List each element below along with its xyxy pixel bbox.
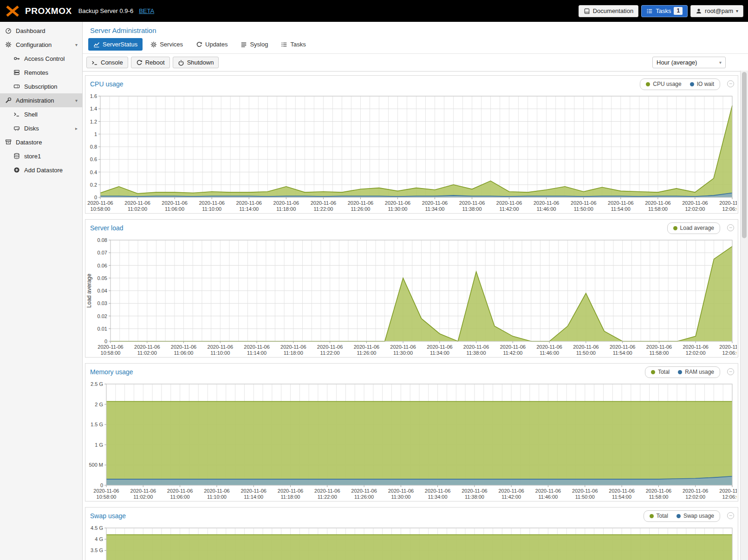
svg-text:11:54:00: 11:54:00 xyxy=(612,494,631,500)
svg-text:2020-11-06: 2020-11-06 xyxy=(93,488,119,494)
chart-area: 0500 M1 G1.5 G2 G2.5 G2020-11-0610:58:00… xyxy=(85,380,738,501)
collapse-panel-icon[interactable]: − xyxy=(727,368,734,375)
sidebar-item-subscription[interactable]: Subscription xyxy=(0,79,82,93)
sidebar-item-access-control[interactable]: Access Control xyxy=(0,52,82,65)
user-menu-button[interactable]: root@pam ▾ xyxy=(690,5,743,17)
list-icon xyxy=(241,41,247,48)
svg-text:12:06:00: 12:06:00 xyxy=(722,206,737,212)
chart-legend: Load average xyxy=(667,222,720,234)
svg-text:2020-11-06: 2020-11-06 xyxy=(462,488,487,494)
vertical-scrollbar[interactable] xyxy=(740,71,748,560)
legend-dot xyxy=(690,82,694,86)
svg-text:2020-11-06: 2020-11-06 xyxy=(199,200,224,206)
svg-text:2020-11-06: 2020-11-06 xyxy=(571,200,596,206)
panel-title: Memory usage xyxy=(90,368,133,376)
reboot-icon xyxy=(136,59,143,66)
sidebar-item-label: Datastore xyxy=(16,139,42,146)
svg-text:11:58:00: 11:58:00 xyxy=(649,350,669,356)
sidebar-item-shell[interactable]: Shell xyxy=(0,107,82,121)
sidebar-item-label: store1 xyxy=(24,153,41,160)
svg-text:11:02:00: 11:02:00 xyxy=(128,206,147,212)
svg-text:0: 0 xyxy=(104,339,107,344)
tab-syslog[interactable]: Syslog xyxy=(235,38,273,51)
sidebar-item-label: Dashboard xyxy=(16,27,46,34)
svg-text:0.04: 0.04 xyxy=(98,288,107,293)
svg-text:2020-11-06: 2020-11-06 xyxy=(682,200,708,206)
reboot-button[interactable]: Reboot xyxy=(131,57,170,68)
svg-text:2020-11-06: 2020-11-06 xyxy=(390,344,416,350)
archive-icon xyxy=(5,139,12,145)
legend-label: CPU usage xyxy=(653,81,681,87)
page-title: Server Administration xyxy=(83,22,748,36)
svg-text:12:06:00: 12:06:00 xyxy=(722,350,737,356)
database-icon xyxy=(13,153,20,159)
tasks-button[interactable]: Tasks 1 xyxy=(641,5,688,17)
sidebar-item-disks[interactable]: Disks▸ xyxy=(0,121,82,135)
svg-text:11:02:00: 11:02:00 xyxy=(133,494,153,500)
tab-serverstatus[interactable]: ServerStatus xyxy=(88,38,143,51)
svg-text:0.6: 0.6 xyxy=(90,156,97,162)
svg-text:0.07: 0.07 xyxy=(98,250,107,255)
sidebar-item-remotes[interactable]: Remotes xyxy=(0,65,82,79)
server-icon xyxy=(13,69,20,76)
sidebar-item-datastore[interactable]: Datastore xyxy=(0,135,82,149)
svg-text:2020-11-06: 2020-11-06 xyxy=(280,344,306,350)
beta-link[interactable]: BETA xyxy=(139,7,154,14)
user-icon xyxy=(696,8,702,14)
svg-text:11:42:00: 11:42:00 xyxy=(500,206,519,212)
chart-plot: 00.20.40.60.811.21.41.62020-11-0610:58:0… xyxy=(85,92,737,213)
sidebar-item-configuration[interactable]: Configuration▾ xyxy=(0,38,82,52)
chevron-down-icon: ▾ xyxy=(736,8,738,13)
timeframe-select[interactable]: Hour (average) ▾ xyxy=(652,57,726,68)
svg-text:0.03: 0.03 xyxy=(98,300,107,306)
terminal-icon xyxy=(91,59,98,66)
terminal-icon xyxy=(13,111,20,117)
scrollbar-thumb[interactable] xyxy=(742,72,747,238)
panel-header: Server loadLoad average− xyxy=(85,220,738,236)
svg-text:2020-11-06: 2020-11-06 xyxy=(354,344,379,350)
svg-text:0.02: 0.02 xyxy=(98,313,107,319)
chart-plot: 0500 M1 G1.5 G2 G2.5 G2020-11-0610:58:00… xyxy=(85,380,737,501)
svg-text:2020-11-06: 2020-11-06 xyxy=(645,200,670,206)
svg-text:11:18:00: 11:18:00 xyxy=(276,206,296,212)
documentation-button[interactable]: Documentation xyxy=(579,5,638,17)
sidebar-item-administration[interactable]: Administration▾ xyxy=(0,93,82,107)
product-version-text: Backup Server 0.9-6 xyxy=(78,7,134,14)
svg-text:11:58:00: 11:58:00 xyxy=(649,494,668,500)
svg-text:2020-11-06: 2020-11-06 xyxy=(463,344,489,350)
panel-title: Swap usage xyxy=(90,512,126,520)
collapse-panel-icon[interactable]: − xyxy=(727,224,734,231)
svg-text:2020-11-06: 2020-11-06 xyxy=(314,488,340,494)
svg-text:11:14:00: 11:14:00 xyxy=(244,494,263,500)
tab-tasks[interactable]: Tasks xyxy=(276,38,311,51)
svg-text:11:50:00: 11:50:00 xyxy=(574,206,593,212)
chart-area: 00.20.40.60.811.21.41.62020-11-0610:58:0… xyxy=(85,92,738,213)
console-button[interactable]: Console xyxy=(86,57,128,68)
legend-dot xyxy=(678,370,682,374)
sidebar-item-dashboard[interactable]: Dashboard xyxy=(0,24,82,38)
panel-cpu-usage: CPU usageCPU usageIO wait−00.20.40.60.81… xyxy=(85,75,738,214)
tasks-list-icon xyxy=(646,8,653,14)
svg-text:10:58:00: 10:58:00 xyxy=(91,206,111,212)
sidebar-item-label: Disks xyxy=(24,125,39,132)
legend-dot xyxy=(646,82,650,86)
tab-label: Syslog xyxy=(250,41,268,48)
documentation-label: Documentation xyxy=(593,7,633,14)
sidebar-item-add-datastore[interactable]: Add Datastore xyxy=(0,163,82,177)
sidebar-item-store1[interactable]: store1 xyxy=(0,149,82,163)
svg-text:500 M: 500 M xyxy=(89,462,103,468)
collapse-panel-icon[interactable]: − xyxy=(727,512,734,519)
tab-services[interactable]: Services xyxy=(145,38,188,51)
collapse-panel-icon[interactable]: − xyxy=(727,80,734,87)
panel-title: Server load xyxy=(90,224,124,232)
svg-text:11:06:00: 11:06:00 xyxy=(165,206,184,212)
svg-text:11:30:00: 11:30:00 xyxy=(393,350,413,356)
shutdown-button[interactable]: Shutdown xyxy=(173,57,219,68)
svg-text:1.6: 1.6 xyxy=(90,93,97,99)
tab-updates[interactable]: Updates xyxy=(191,38,233,51)
svg-text:11:14:00: 11:14:00 xyxy=(239,206,259,212)
chart-legend: TotalSwap usage xyxy=(644,510,720,522)
chart-plot: 0500 M1 G1.5 G2 G2.5 G3 G3.5 G4 G4.5 G20… xyxy=(85,524,737,560)
svg-text:2020-11-06: 2020-11-06 xyxy=(273,200,299,206)
tasks-badge: 1 xyxy=(674,7,683,15)
